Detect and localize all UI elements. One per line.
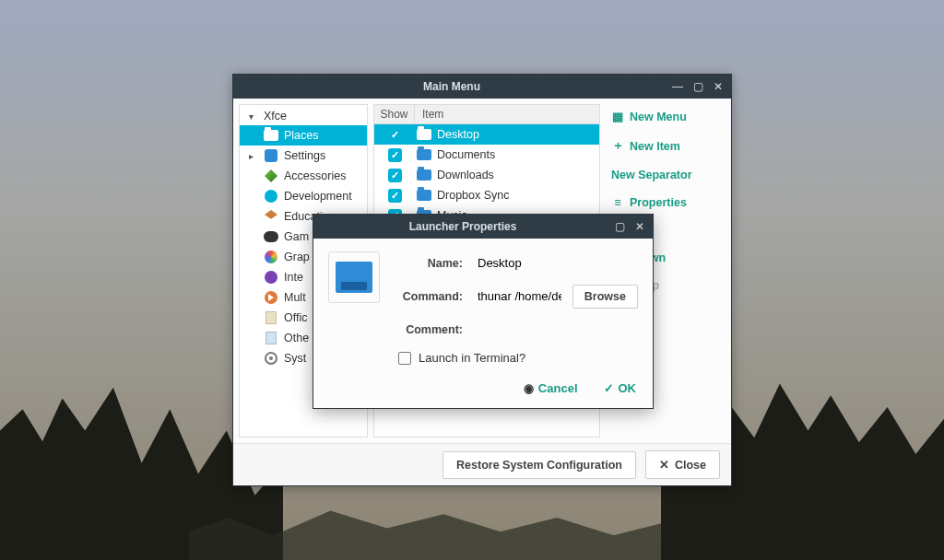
- close-icon: ✕: [659, 458, 669, 472]
- button-label: Cancel: [538, 381, 578, 395]
- item-row-downloads[interactable]: Downloads: [374, 165, 599, 185]
- dialog-close-button[interactable]: ✕: [632, 219, 647, 234]
- dialog-maximize-button[interactable]: ▢: [612, 219, 627, 234]
- comment-label: Comment:: [395, 323, 466, 336]
- dialog-body: Name: Command: Browse Comment: Launch in…: [313, 239, 653, 374]
- accessories-icon: [264, 169, 278, 183]
- item-label: Desktop: [433, 128, 599, 141]
- new-separator-button[interactable]: New Separator: [608, 167, 724, 183]
- dialog-titlebar[interactable]: Launcher Properties ▢ ✕: [313, 215, 653, 239]
- comment-input[interactable]: [474, 318, 638, 342]
- development-icon: [264, 189, 278, 204]
- button-label: Restore System Configuration: [456, 459, 622, 472]
- tree-item-label: Syst: [284, 352, 306, 365]
- tree-item-accessories[interactable]: Accessories: [240, 166, 367, 186]
- item-label: Dropbox Sync: [433, 189, 599, 202]
- show-checkbox[interactable]: [388, 169, 402, 182]
- caret-right-icon: ▸: [249, 151, 258, 161]
- launcher-properties-dialog: Launcher Properties ▢ ✕ Name: Command: B…: [313, 214, 654, 409]
- graphics-icon: [264, 250, 278, 264]
- tree-root-xfce[interactable]: ▾ Xfce: [240, 107, 367, 125]
- dialog-title: Launcher Properties: [319, 220, 607, 233]
- item-row-documents[interactable]: Documents: [374, 145, 599, 165]
- action-label: New Menu: [630, 111, 687, 123]
- dialog-footer: ◉ Cancel ✓ OK: [313, 374, 653, 408]
- browse-button[interactable]: Browse: [572, 285, 638, 309]
- header-item[interactable]: Item: [415, 105, 599, 123]
- check-icon: ✓: [604, 381, 614, 395]
- main-window-titlebar[interactable]: Main Menu — ▢ ✕: [233, 75, 731, 99]
- items-header: Show Item: [374, 105, 599, 124]
- close-window-button[interactable]: ✕: [711, 79, 726, 94]
- close-button[interactable]: ✕ Close: [645, 450, 720, 479]
- tree-item-label: Development: [284, 190, 352, 203]
- folder-icon: [417, 169, 431, 181]
- tree-item-development[interactable]: Development: [240, 186, 367, 206]
- cancel-icon: ◉: [524, 381, 534, 395]
- games-icon: [264, 229, 278, 244]
- education-icon: [264, 209, 278, 224]
- multimedia-icon: [264, 290, 278, 305]
- button-label: OK: [619, 381, 637, 395]
- item-label: Downloads: [433, 169, 599, 181]
- properties-icon: ≡: [611, 196, 624, 209]
- command-input[interactable]: [474, 285, 565, 309]
- item-row-dropbox[interactable]: Dropbox Sync: [374, 185, 599, 205]
- plus-icon: ＋: [611, 138, 624, 154]
- launcher-icon-button[interactable]: [328, 251, 387, 303]
- restore-config-button[interactable]: Restore System Configuration: [442, 451, 636, 479]
- show-checkbox[interactable]: [388, 128, 402, 142]
- settings-icon: [264, 148, 278, 163]
- internet-icon: [264, 270, 278, 285]
- tree-item-label: Grap: [284, 251, 310, 263]
- show-checkbox[interactable]: [388, 148, 402, 162]
- button-label: Close: [675, 459, 706, 472]
- name-input[interactable]: [474, 251, 638, 275]
- tree-item-label: Inte: [284, 271, 303, 284]
- tree-root-label: Xfce: [264, 110, 287, 122]
- main-window-footer: Restore System Configuration ✕ Close: [233, 443, 731, 485]
- caret-down-icon: ▾: [249, 111, 258, 122]
- office-icon: [264, 310, 278, 325]
- folder-icon: [264, 128, 278, 143]
- system-icon: [264, 351, 278, 366]
- plus-doc-icon: ▦: [611, 110, 624, 123]
- tree-item-label: Gam: [284, 230, 309, 243]
- maximize-button[interactable]: ▢: [690, 79, 705, 94]
- folder-icon: [417, 190, 431, 201]
- tree-item-label: Mult: [284, 291, 306, 304]
- desktop-wallpaper: Main Menu — ▢ ✕ ▾ Xfce Places ▸ Settings: [0, 0, 944, 560]
- other-icon: [264, 331, 278, 345]
- item-label: Documents: [433, 148, 599, 161]
- launch-in-terminal-checkbox[interactable]: [398, 352, 411, 365]
- header-show[interactable]: Show: [374, 105, 415, 123]
- tree-item-label: Othe: [284, 332, 309, 344]
- folder-icon: [417, 149, 431, 160]
- cancel-button[interactable]: ◉ Cancel: [524, 381, 578, 395]
- show-checkbox[interactable]: [388, 189, 402, 203]
- name-label: Name:: [395, 257, 466, 270]
- action-label: Properties: [630, 196, 687, 209]
- tree-item-places[interactable]: Places: [240, 125, 367, 146]
- new-item-button[interactable]: ＋ New Item: [608, 136, 724, 156]
- main-window-title: Main Menu: [239, 80, 665, 93]
- new-menu-button[interactable]: ▦ New Menu: [608, 108, 724, 125]
- item-row-desktop[interactable]: Desktop: [374, 124, 599, 145]
- tree-item-label: Settings: [284, 149, 325, 162]
- command-label: Command:: [395, 290, 466, 303]
- tree-item-label: Places: [284, 129, 319, 142]
- action-label: New Separator: [611, 169, 692, 181]
- properties-button[interactable]: ≡ Properties: [608, 194, 724, 211]
- ok-button[interactable]: ✓ OK: [604, 381, 637, 395]
- tree-item-label: Accessories: [284, 169, 346, 182]
- tree-item-label: Offic: [284, 311, 307, 324]
- folder-icon: [417, 129, 431, 140]
- action-label: New Item: [630, 140, 680, 153]
- folder-icon: [336, 262, 372, 293]
- minimize-button[interactable]: —: [670, 79, 685, 94]
- launch-in-terminal-label: Launch in Terminal?: [419, 351, 525, 365]
- button-label: Browse: [584, 290, 626, 303]
- tree-item-settings[interactable]: ▸ Settings: [240, 146, 367, 166]
